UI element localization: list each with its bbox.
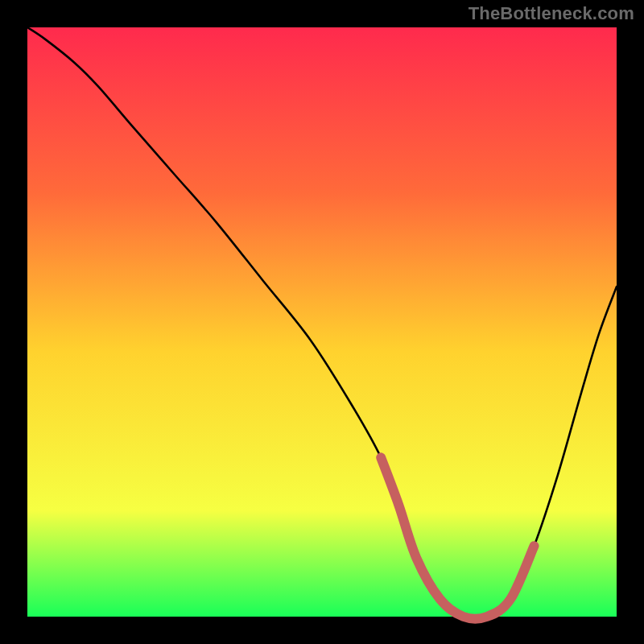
plot-background bbox=[27, 27, 617, 617]
chart-stage: { "watermark": "TheBottleneck.com", "col… bbox=[0, 0, 644, 644]
bottleneck-chart bbox=[0, 0, 644, 644]
